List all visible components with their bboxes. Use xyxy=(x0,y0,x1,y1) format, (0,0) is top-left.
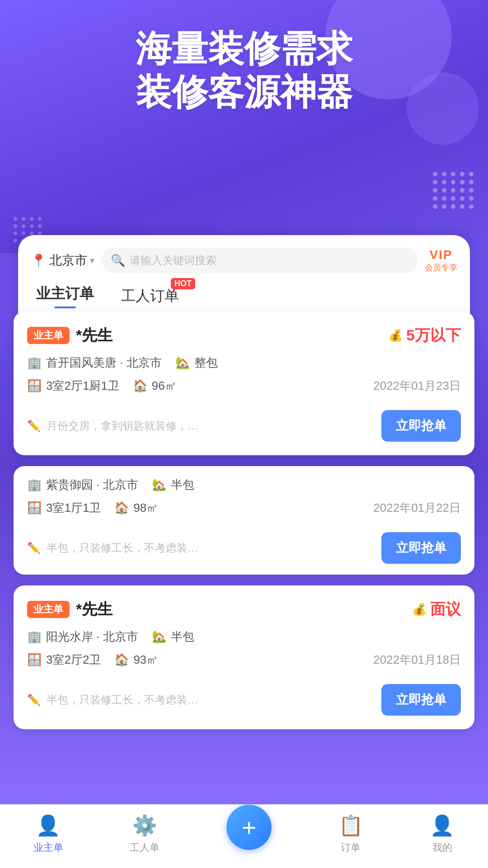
project-name-3: 阳光水岸 · 北京市 xyxy=(46,629,138,645)
area-label-1: 96㎡ xyxy=(152,378,177,394)
building-icon-2: 🏢 xyxy=(27,478,42,492)
note-text-1: ✏️ 月份交房，拿到钥匙就装修，… xyxy=(27,419,372,433)
building-icon-3: 🏢 xyxy=(27,630,42,644)
order-card-1: 业主单 *先生 💰 5万以下 🏢 首开国风美唐 · 北京市 🏡 整包 🪟 3室2… xyxy=(14,311,474,455)
chevron-down-icon: ▾ xyxy=(90,255,94,266)
rooms-icon-2: 🪟 xyxy=(27,501,42,515)
card-3-left: 业主单 *先生 xyxy=(27,599,113,620)
note-text-2: ✏️ 半包，只装修工长，不考虑装… xyxy=(27,541,372,555)
main-content: 业主单 *先生 💰 5万以下 🏢 首开国风美唐 · 北京市 🏡 整包 🪟 3室2… xyxy=(0,311,488,812)
project-info-2: 🏢 紫贵御园 · 北京市 xyxy=(27,477,138,493)
tab-worker[interactable]: ⚙️ 工人单 xyxy=(130,814,160,854)
card-3-row-2: 🪟 3室2厅2卫 🏠 93㎡ 2022年01月18日 xyxy=(27,652,461,668)
tab-profile-icon: 👤 xyxy=(430,814,455,837)
tab-profile[interactable]: 👤 我的 xyxy=(430,814,455,854)
price-icon-1: 💰 xyxy=(388,329,403,343)
rooms-info-1: 🪟 3室2厅1厨1卫 xyxy=(27,378,119,394)
rooms-label-3: 3室2厅2卫 xyxy=(46,652,101,668)
order-card-3: 业主单 *先生 💰 面议 🏢 阳光水岸 · 北京市 🏡 半包 🪟 3室2厅2卫 xyxy=(14,585,474,729)
tab-orders[interactable]: 📋 订单 xyxy=(338,814,363,854)
area-info-2: 🏠 98㎡ xyxy=(114,500,158,516)
vip-sublabel: 会员专享 xyxy=(425,262,457,273)
tab-owner-label: 业主单 xyxy=(33,841,63,854)
date-label-1: 2022年01月23日 xyxy=(373,378,461,394)
location-button[interactable]: 📍 北京市 ▾ xyxy=(31,252,94,269)
tab-owner[interactable]: 👤 业主单 xyxy=(33,814,63,854)
rooms-info-3: 🪟 3室2厅2卫 xyxy=(27,652,101,668)
grab-button-2[interactable]: 立即抢单 xyxy=(381,532,461,564)
fab-publish-button[interactable]: + xyxy=(226,805,272,850)
customer-name-1: *先生 xyxy=(76,325,113,346)
note-icon-1: ✏️ xyxy=(27,420,41,432)
search-icon: 🔍 xyxy=(111,254,125,268)
hero-dots-right xyxy=(433,172,474,209)
tab-worker-label: 工人订单 xyxy=(121,286,179,306)
price-tag-3: 💰 面议 xyxy=(412,599,461,620)
card-2-footer: ✏️ 半包，只装修工长，不考虑装… 立即抢单 xyxy=(27,525,461,564)
card-1-row-1: 🏢 首开国风美唐 · 北京市 🏡 整包 xyxy=(27,355,461,371)
search-box[interactable]: 🔍 请输入关键词搜索 xyxy=(102,248,418,273)
hot-badge: HOT xyxy=(171,278,195,289)
rooms-info-2: 🪟 3室1厅1卫 xyxy=(27,500,101,516)
card-2-row-1: 🏢 紫贵御园 · 北京市 🏡 半包 xyxy=(27,477,461,493)
project-name-2: 紫贵御园 · 北京市 xyxy=(46,477,138,493)
style-icon-3: 🏡 xyxy=(152,630,166,644)
card-3-header: 业主单 *先生 💰 面议 xyxy=(27,599,461,620)
style-info-2: 🏡 半包 xyxy=(152,477,194,493)
price-tag-1: 💰 5万以下 xyxy=(388,325,461,346)
style-label-2: 半包 xyxy=(171,477,194,493)
tab-profile-label: 我的 xyxy=(432,841,452,854)
style-label-1: 整包 xyxy=(194,355,218,371)
card-1-row-2: 🪟 3室2厅1厨1卫 🏠 96㎡ 2022年01月23日 xyxy=(27,378,461,394)
grab-button-3[interactable]: 立即抢单 xyxy=(381,684,461,716)
card-1-footer: ✏️ 月份交房，拿到钥匙就装修，… 立即抢单 xyxy=(27,403,461,442)
tab-worker-label: 工人单 xyxy=(130,841,160,854)
owner-tag-3: 业主单 xyxy=(27,601,70,618)
tab-owner-label: 业主订单 xyxy=(36,284,94,304)
rooms-icon-3: 🪟 xyxy=(27,653,42,667)
style-icon-2: 🏡 xyxy=(152,478,166,492)
location-pin-icon: 📍 xyxy=(31,253,47,268)
note-text-3: ✏️ 半包，只装修工长，不考虑装… xyxy=(27,693,372,707)
tab-worker-icon: ⚙️ xyxy=(132,814,157,837)
owner-tag-1: 业主单 xyxy=(27,327,70,344)
rooms-label-1: 3室2厅1厨1卫 xyxy=(46,378,119,394)
project-info-3: 🏢 阳光水岸 · 北京市 xyxy=(27,629,138,645)
tab-owner-order[interactable]: 业主订单 xyxy=(36,284,94,308)
hero-title: 海量装修需求 装修客源神器 xyxy=(136,27,352,114)
area-icon-1: 🏠 xyxy=(133,379,147,393)
tab-owner-icon: 👤 xyxy=(36,814,61,837)
style-icon-1: 🏡 xyxy=(175,356,190,370)
building-icon-1: 🏢 xyxy=(27,356,42,370)
fab-plus-icon: + xyxy=(242,813,257,842)
style-label-3: 半包 xyxy=(171,629,194,645)
vip-badge[interactable]: VIP 会员专享 xyxy=(425,248,457,273)
tab-underline xyxy=(54,307,76,308)
hero-circle-bottom xyxy=(407,72,479,145)
rooms-icon-1: 🪟 xyxy=(27,379,42,393)
style-info-1: 🏡 整包 xyxy=(175,355,218,371)
card-2-row-2: 🪟 3室1厅1卫 🏠 98㎡ 2022年01月22日 xyxy=(27,500,461,516)
price-icon-3: 💰 xyxy=(412,603,427,617)
card-1-header: 业主单 *先生 💰 5万以下 xyxy=(27,325,461,346)
hero-section: 海量装修需求 装修客源神器 xyxy=(0,0,488,253)
area-icon-3: 🏠 xyxy=(114,653,129,667)
area-info-1: 🏠 96㎡ xyxy=(133,378,177,394)
area-icon-2: 🏠 xyxy=(114,501,129,515)
price-value-3: 面议 xyxy=(430,599,461,620)
grab-button-1[interactable]: 立即抢单 xyxy=(381,410,461,442)
order-card-2: 🏢 紫贵御园 · 北京市 🏡 半包 🪟 3室1厅1卫 🏠 98㎡ 2022年01… xyxy=(14,466,474,575)
tab-orders-label: 订单 xyxy=(341,841,361,854)
note-icon-3: ✏️ xyxy=(27,693,41,706)
card-3-footer: ✏️ 半包，只装修工长，不考虑装… 立即抢单 xyxy=(27,677,461,716)
bottom-tab-bar: 👤 业主单 ⚙️ 工人单 + 📋 订单 👤 我的 xyxy=(0,804,488,868)
area-info-3: 🏠 93㎡ xyxy=(114,652,158,668)
search-placeholder: 请输入关键词搜索 xyxy=(130,253,216,268)
customer-name-3: *先生 xyxy=(76,599,113,620)
project-info-1: 🏢 首开国风美唐 · 北京市 xyxy=(27,355,162,371)
tab-worker-order[interactable]: 工人订单 HOT xyxy=(121,286,179,306)
card-3-row-1: 🏢 阳光水岸 · 北京市 🏡 半包 xyxy=(27,629,461,645)
project-name-1: 首开国风美唐 · 北京市 xyxy=(46,355,162,371)
search-area: 📍 北京市 ▾ 🔍 请输入关键词搜索 VIP 会员专享 xyxy=(18,235,470,273)
tab-orders-icon: 📋 xyxy=(338,814,363,837)
